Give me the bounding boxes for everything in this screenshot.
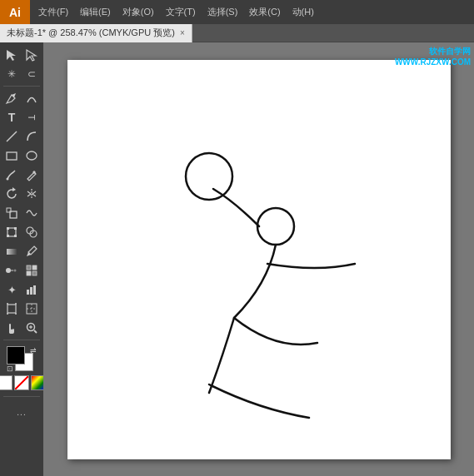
- toolbar: ✳ ⊂ T T: [0, 42, 43, 476]
- svg-marker-0: [7, 50, 16, 61]
- tool-row-gradient: [0, 223, 43, 241]
- tool-row-scale: [0, 204, 43, 222]
- tool-row-magic: ✳ ⊂: [0, 65, 43, 83]
- svg-rect-3: [7, 152, 17, 160]
- menu-object[interactable]: 对象(O): [117, 4, 159, 20]
- tool-row-brush: [0, 166, 43, 184]
- svg-marker-6: [12, 187, 16, 191]
- watermark-line1: 软件自学网: [395, 46, 471, 57]
- type-tool[interactable]: T: [2, 108, 22, 126]
- vertical-type-tool[interactable]: T: [22, 108, 42, 126]
- drawing-canvas: [67, 60, 451, 459]
- tool-row-rect: [0, 146, 43, 165]
- svg-rect-27: [33, 285, 36, 295]
- canvas-area[interactable]: 软件自学网 WWW.RJZXW.COM: [43, 42, 474, 476]
- color-area: ⇌ ⊡: [0, 343, 43, 394]
- scale-tool[interactable]: [2, 204, 22, 222]
- svg-point-4: [27, 151, 37, 160]
- svg-point-18: [6, 268, 11, 273]
- column-graph-tool[interactable]: [22, 280, 42, 299]
- tab-close-button[interactable]: ×: [180, 28, 185, 37]
- fill-color-box[interactable]: [7, 346, 25, 364]
- svg-rect-11: [7, 227, 9, 230]
- pencil-tool[interactable]: [22, 166, 42, 184]
- eyedropper-tool[interactable]: [22, 242, 42, 260]
- svg-point-5: [7, 178, 9, 181]
- svg-rect-13: [7, 235, 9, 237]
- svg-rect-22: [32, 265, 37, 270]
- svg-rect-28: [7, 305, 16, 313]
- separator-1: [3, 86, 40, 87]
- symbol-sprayer-tool[interactable]: ✦: [2, 280, 22, 299]
- magic-wand-tool[interactable]: ✳: [2, 65, 22, 83]
- curvature-tool[interactable]: [22, 89, 42, 107]
- live-paint-tool[interactable]: [22, 261, 42, 280]
- rectangle-tool[interactable]: [2, 146, 22, 165]
- swap-colors-icon[interactable]: ⇌: [30, 346, 37, 355]
- direct-selection-tool[interactable]: [22, 46, 42, 64]
- tool-row-eyedrop: [0, 242, 43, 260]
- default-colors-icon[interactable]: ⊡: [7, 364, 13, 373]
- paintbrush-tool[interactable]: [2, 166, 22, 184]
- none-color-row: [0, 375, 43, 390]
- menu-edit[interactable]: 编辑(E): [75, 4, 116, 20]
- gradient-color-box[interactable]: [31, 375, 43, 390]
- separator-2: [3, 340, 40, 340]
- hand-tool[interactable]: [2, 319, 22, 337]
- document-tab[interactable]: 未标题-1* @ 258.47% (CMYK/GPU 预览) ×: [0, 24, 192, 42]
- tab-bar: 未标题-1* @ 258.47% (CMYK/GPU 预览) ×: [0, 24, 474, 42]
- tool-row-select: [0, 46, 43, 64]
- more-tools-label: ...: [17, 408, 26, 417]
- reflect-tool[interactable]: [22, 185, 42, 203]
- zoom-tool[interactable]: [22, 319, 42, 337]
- svg-rect-14: [14, 235, 17, 237]
- color-white-box[interactable]: [0, 375, 12, 390]
- tool-row-hand: [0, 319, 43, 337]
- blend-tool[interactable]: [2, 261, 22, 280]
- ellipse-tool[interactable]: [22, 146, 42, 165]
- rotate-tool[interactable]: [2, 185, 22, 203]
- menu-file[interactable]: 文件(F): [33, 4, 73, 20]
- color-boxes: ⇌ ⊡: [7, 346, 37, 373]
- free-transform-tool[interactable]: [2, 223, 22, 241]
- ai-logo: Ai: [0, 0, 30, 24]
- shape-builder-tool[interactable]: [22, 223, 42, 241]
- tool-row-symbol: ✦: [0, 280, 43, 299]
- menu-type[interactable]: 文字(T): [161, 4, 201, 20]
- tool-row-blend: [0, 261, 43, 280]
- svg-rect-23: [27, 271, 31, 275]
- selection-tool[interactable]: [2, 46, 22, 64]
- artboard: [67, 60, 451, 459]
- tool-row-line: [0, 127, 43, 146]
- svg-line-38: [34, 330, 37, 333]
- tool-row-type: T T: [0, 108, 43, 126]
- tool-row-slice: [0, 300, 43, 318]
- gradient-tool[interactable]: [2, 242, 22, 260]
- svg-rect-24: [32, 271, 37, 275]
- line-tool[interactable]: [2, 127, 22, 146]
- separator-3: [3, 396, 40, 397]
- svg-point-19: [14, 270, 17, 272]
- pen-tool[interactable]: [2, 89, 22, 107]
- svg-rect-25: [27, 290, 29, 295]
- menu-effect[interactable]: 效果(C): [244, 4, 285, 20]
- slice-tool[interactable]: [22, 300, 42, 318]
- tool-row-pen: [0, 89, 43, 107]
- artboard-tool[interactable]: [2, 300, 22, 318]
- svg-rect-12: [14, 227, 17, 230]
- tab-label: 未标题-1* @ 258.47% (CMYK/GPU 预览): [7, 27, 175, 39]
- more-tools-button[interactable]: ...: [12, 403, 32, 421]
- menu-more[interactable]: 动(H): [287, 4, 319, 20]
- svg-rect-21: [27, 265, 31, 270]
- svg-rect-17: [7, 249, 17, 255]
- menu-select[interactable]: 选择(S): [202, 4, 243, 20]
- title-bar: Ai 文件(F) 编辑(E) 对象(O) 文字(T) 选择(S) 效果(C) 动…: [0, 0, 474, 24]
- menu-bar: 文件(F) 编辑(E) 对象(O) 文字(T) 选择(S) 效果(C) 动(H): [30, 0, 474, 24]
- none-color-box[interactable]: [14, 375, 29, 390]
- lasso-tool[interactable]: ⊂: [22, 65, 42, 83]
- svg-point-42: [257, 208, 294, 245]
- svg-point-41: [186, 153, 232, 200]
- tool-row-rotate: [0, 185, 43, 203]
- arc-tool[interactable]: [22, 127, 42, 146]
- warp-tool[interactable]: [22, 204, 42, 222]
